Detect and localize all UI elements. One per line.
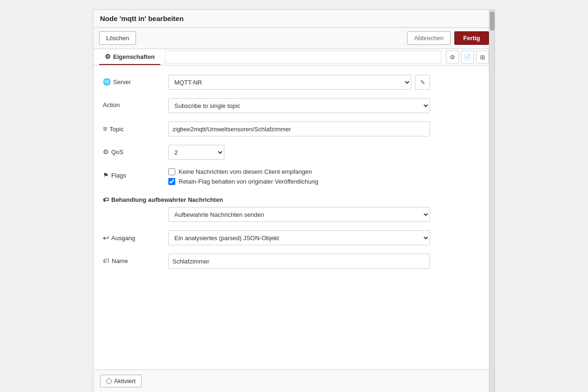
qos-select[interactable]: 2 0 1 [168, 145, 224, 160]
panel-title-text: Node 'mqtt in' bearbeiten [100, 14, 184, 22]
output-label: ↩ Ausgang [103, 230, 168, 242]
tabs-bar: ⚙ Eigenschaften ⚙ 📄 ⊞ [93, 49, 495, 65]
server-select[interactable]: MQTT-NR [168, 75, 411, 90]
server-row: 🌐 Server MQTT-NR ✎ [103, 75, 485, 90]
tab-eigenschaften-label: Eigenschaften [113, 53, 155, 60]
retained-icon: 🏷 [103, 196, 109, 203]
qos-icon: ⚙ [103, 148, 109, 156]
delete-button[interactable]: Löschen [99, 31, 136, 45]
name-icon: 🏷 [103, 257, 109, 264]
tab-doc-icon-btn[interactable]: 📄 [461, 50, 474, 64]
action-select[interactable]: Subscribe to single topic [168, 98, 430, 113]
panel-title: Node 'mqtt in' bearbeiten [93, 10, 495, 28]
server-input-row: MQTT-NR ✎ [168, 75, 430, 90]
tab-layout-icon-btn[interactable]: ⊞ [476, 50, 489, 64]
globe-icon: 🌐 [103, 78, 111, 86]
flags-row: ⚑ Flags Keine Nachrichten vom diesem Cli… [103, 168, 485, 188]
flag1-checkbox[interactable] [168, 168, 175, 175]
tab-gear-icon: ⚙ [105, 53, 111, 60]
edit-server-button[interactable]: ✎ [415, 75, 430, 90]
output-icon: ↩ [103, 234, 109, 242]
qos-control: 2 0 1 [168, 145, 430, 160]
settings-icon: ⚙ [450, 54, 455, 61]
flag1-row: Keine Nachrichten vom diesem Client empf… [168, 168, 430, 175]
flag2-label[interactable]: Retain-Flag behalten von originaler Verö… [179, 178, 318, 185]
name-label: 🏷 Name [103, 254, 168, 264]
toolbar: Löschen Abbrechen Fertig [93, 28, 495, 49]
action-control: Subscribe to single topic [168, 98, 430, 113]
name-row: 🏷 Name [103, 254, 485, 269]
qos-row: ⚙ QoS 2 0 1 [103, 145, 485, 160]
name-input[interactable] [168, 254, 430, 269]
layout-icon: ⊞ [480, 54, 485, 61]
retained-section-row: 🏷 Behandlung aufbewahrter Nachrichten [103, 196, 485, 208]
scrollbar-thumb[interactable] [490, 12, 495, 30]
server-control: MQTT-NR ✎ [168, 75, 430, 90]
output-control: Ein analysiertes (parsed) JSON-Objekt [168, 230, 430, 245]
tab-settings-icon-btn[interactable]: ⚙ [446, 50, 459, 64]
flag2-checkbox[interactable] [168, 178, 175, 185]
doc-icon: 📄 [464, 54, 471, 61]
action-row: Action Subscribe to single topic [103, 98, 485, 113]
flags-icon: ⚑ [103, 171, 109, 179]
server-label: 🌐 Server [103, 75, 168, 86]
tab-icon-group: ⚙ 📄 ⊞ [446, 50, 489, 64]
qos-label: ⚙ QoS [103, 145, 168, 156]
aktiviert-circle-icon [106, 378, 112, 384]
pencil-icon: ✎ [420, 79, 425, 86]
aktiviert-button[interactable]: Aktiviert [100, 375, 142, 387]
done-button[interactable]: Fertig [454, 31, 489, 45]
form-body: 🌐 Server MQTT-NR ✎ Action [93, 65, 495, 370]
flags-control: Keine Nachrichten vom diesem Client empf… [168, 168, 430, 188]
topic-label: ≡ Topic [103, 121, 168, 133]
retained-select[interactable]: Aufbewahrte Nachrichten senden [168, 207, 430, 222]
footer: Aktiviert [93, 370, 495, 392]
output-select[interactable]: Ein analysiertes (parsed) JSON-Objekt [168, 230, 430, 245]
tab-eigenschaften[interactable]: ⚙ Eigenschaften [99, 49, 160, 65]
retained-dropdown-row: Aufbewahrte Nachrichten senden [168, 207, 485, 222]
topic-input[interactable] [168, 121, 430, 136]
action-label: Action [103, 98, 168, 108]
aktiviert-label: Aktiviert [114, 378, 136, 385]
main-panel: Node 'mqtt in' bearbeiten Löschen Abbrec… [93, 9, 495, 392]
flags-label: ⚑ Flags [103, 168, 168, 179]
name-control [168, 254, 430, 269]
scrollbar[interactable] [489, 10, 495, 392]
topic-row: ≡ Topic [103, 121, 485, 136]
cancel-button[interactable]: Abbrechen [407, 31, 451, 45]
flag2-row: Retain-Flag behalten von originaler Verö… [168, 178, 430, 185]
tab-search-input[interactable] [165, 50, 441, 64]
topic-control [168, 121, 430, 136]
output-row: ↩ Ausgang Ein analysiertes (parsed) JSON… [103, 230, 485, 245]
retained-control: Aufbewahrte Nachrichten senden [168, 207, 430, 222]
flag1-label[interactable]: Keine Nachrichten vom diesem Client empf… [179, 168, 312, 175]
topic-icon: ≡ [103, 125, 107, 133]
retained-section-label: 🏷 Behandlung aufbewahrter Nachrichten [103, 196, 223, 203]
